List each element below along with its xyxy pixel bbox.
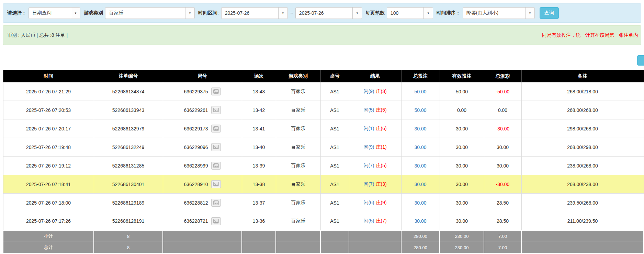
payout-value: -50.00 xyxy=(496,89,510,94)
time-sort-select[interactable]: 降幂(由大到小) ▼ xyxy=(463,7,535,19)
table-row[interactable]: 2025-07-26 07:20:17 522686132979 6362291… xyxy=(3,119,644,138)
footer-count: 8 xyxy=(94,242,163,253)
total-bet-link[interactable]: 30.00 xyxy=(414,145,426,150)
total-bet-link[interactable]: 30.00 xyxy=(414,126,426,131)
cards-preview-icon xyxy=(213,126,219,131)
records-body: 2025-07-26 07:21:29 522686134874 6362293… xyxy=(3,82,644,231)
result-player: 闲(5) xyxy=(363,107,374,113)
cards-preview-icon xyxy=(213,145,219,149)
header-bet-id: 注单编号 xyxy=(94,70,163,82)
cell-game: 百家乐 xyxy=(276,157,320,175)
total-bet-link[interactable]: 30.00 xyxy=(414,163,426,169)
cell-table: AS1 xyxy=(320,101,349,119)
view-cards-button[interactable] xyxy=(211,106,221,114)
footer-total-bet: 280.00 xyxy=(401,231,440,242)
page-size-select[interactable]: 100 ▼ xyxy=(387,7,433,19)
view-cards-button[interactable] xyxy=(211,125,221,132)
view-cards-button[interactable] xyxy=(211,88,221,95)
filter-bar: 请选择： 日期查询 ▼ 游戏类别 百家乐 ▼ 时间区间: 2025-07-26 … xyxy=(3,3,641,23)
result-player: 闲(6) xyxy=(363,200,374,205)
cell-game: 百家乐 xyxy=(276,101,320,119)
table-row[interactable]: 2025-07-26 07:17:26 522686128191 6362287… xyxy=(3,212,644,231)
cell-session: 13-37 xyxy=(242,194,276,212)
cell-result: 闲(7)庄(5) xyxy=(349,157,401,175)
table-header-row: 时间 注单编号 局号 场次 游戏类别 桌号 结果 总投注 有效投注 总派彩 备注 xyxy=(3,70,644,82)
header-round: 局号 xyxy=(163,70,242,82)
view-cards-button[interactable] xyxy=(211,162,221,170)
cell-table: AS1 xyxy=(320,194,349,212)
cell-game: 百家乐 xyxy=(276,119,320,138)
table-row[interactable]: 2025-07-26 07:18:41 522686130401 6362289… xyxy=(3,175,644,194)
table-row[interactable]: 2025-07-26 07:19:12 522686131285 6362289… xyxy=(3,157,644,175)
cell-remark: 239.50/268.00 xyxy=(521,194,644,212)
table-row[interactable]: 2025-07-26 07:19:48 522686132249 6362290… xyxy=(3,138,644,157)
caret-down-icon[interactable]: ▼ xyxy=(352,8,362,19)
footer-total-bet: 280.00 xyxy=(401,242,440,253)
query-type-value: 日期查询 xyxy=(29,8,71,19)
footer-empty-cell xyxy=(276,231,320,242)
view-cards-button[interactable] xyxy=(211,180,221,188)
view-cards-button[interactable] xyxy=(211,143,221,151)
time-sort-label: 时间排序： xyxy=(437,10,461,16)
caret-down-icon[interactable]: ▼ xyxy=(185,8,194,19)
cell-result: 闲(5)庄(5) xyxy=(349,101,401,119)
table-row[interactable]: 2025-07-26 07:21:29 522686134874 6362293… xyxy=(3,82,644,101)
game-type-select[interactable]: 百家乐 ▼ xyxy=(105,7,195,19)
total-bet-link[interactable]: 50.00 xyxy=(414,107,426,113)
subtotal-row: 小计 8 280.00 230.00 7.00 xyxy=(3,231,644,242)
query-type-select[interactable]: 日期查询 ▼ xyxy=(29,7,80,19)
range-separator: ~ xyxy=(290,10,293,16)
payout-value: 28.50 xyxy=(497,200,509,206)
total-bet-link[interactable]: 50.00 xyxy=(414,89,426,94)
round-number: 636229261 xyxy=(184,107,208,113)
date-from-input[interactable]: 2025-07-26 ▼ xyxy=(221,7,288,19)
view-cards-button[interactable] xyxy=(211,217,221,225)
date-from-value: 2025-07-26 xyxy=(222,8,278,19)
export-button-partial[interactable] xyxy=(637,55,644,66)
footer-label: 小计 xyxy=(3,231,94,242)
cell-remark: 211.00/239.50 xyxy=(521,212,644,231)
caret-down-icon[interactable]: ▼ xyxy=(423,8,433,19)
header-game: 游戏类别 xyxy=(276,70,320,82)
result-banker: 庄(5) xyxy=(376,107,387,113)
footer-valid-bet: 230.00 xyxy=(440,231,484,242)
cell-round: 636228910 xyxy=(163,175,242,194)
cell-bet-id: 522686128191 xyxy=(94,212,163,231)
cell-session: 13-36 xyxy=(242,212,276,231)
cell-game: 百家乐 xyxy=(276,82,320,101)
view-cards-button[interactable] xyxy=(211,199,221,207)
payout-value: 30.00 xyxy=(497,163,509,169)
currency-total-text: 币别 : 人民币 | 总共 :8 注单 | xyxy=(7,32,68,38)
result-player: 闲(5) xyxy=(363,218,374,223)
table-row[interactable]: 2025-07-26 07:20:53 522686133943 6362292… xyxy=(3,101,644,119)
cell-game: 百家乐 xyxy=(276,138,320,157)
time-range-label: 时间区间: xyxy=(198,10,219,16)
cell-valid-bet: 30.00 xyxy=(440,119,484,138)
cell-bet-id: 522686129189 xyxy=(94,194,163,212)
cell-result: 闲(1)庄(6) xyxy=(349,119,401,138)
total-bet-link[interactable]: 30.00 xyxy=(414,218,426,224)
cell-game: 百家乐 xyxy=(276,194,320,212)
total-bet-link[interactable]: 30.00 xyxy=(414,200,426,206)
result-player: 闲(1) xyxy=(363,126,374,131)
footer-empty-cell xyxy=(320,242,349,253)
round-number: 636229375 xyxy=(184,89,208,94)
date-to-input[interactable]: 2025-07-26 ▼ xyxy=(295,7,362,19)
caret-down-icon[interactable]: ▼ xyxy=(71,8,80,19)
caret-down-icon[interactable]: ▼ xyxy=(525,8,534,19)
query-button[interactable]: 查询 xyxy=(540,7,559,19)
footer-count: 8 xyxy=(94,231,163,242)
header-time: 时间 xyxy=(3,70,94,82)
result-banker: 庄(5) xyxy=(376,163,387,168)
result-player: 闲(7) xyxy=(363,163,374,168)
cell-round: 636229173 xyxy=(163,119,242,138)
header-session: 场次 xyxy=(242,70,276,82)
cell-total-bet: 30.00 xyxy=(401,175,440,194)
table-row[interactable]: 2025-07-26 07:18:00 522686129189 6362288… xyxy=(3,194,644,212)
cell-session: 13-40 xyxy=(242,138,276,157)
cell-valid-bet: 50.00 xyxy=(440,82,484,101)
header-remark: 备注 xyxy=(521,70,644,82)
caret-down-icon[interactable]: ▼ xyxy=(278,8,287,19)
cell-total-bet: 30.00 xyxy=(401,138,440,157)
total-bet-link[interactable]: 30.00 xyxy=(414,182,426,187)
